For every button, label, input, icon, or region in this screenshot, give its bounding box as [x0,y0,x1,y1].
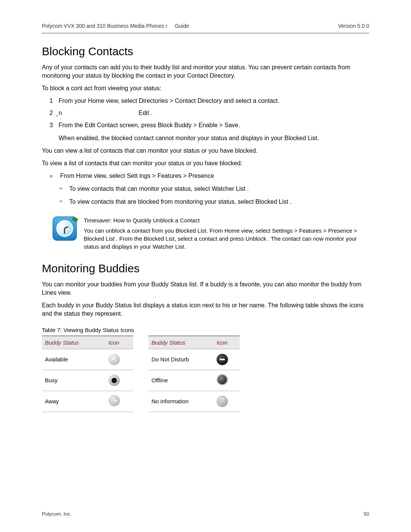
status-cell: No information [148,391,213,412]
table-row: Offline [148,370,240,391]
table-caption: Table 7: Viewing Buddy Status Icons [42,327,369,333]
clock-timesaver-icon [53,216,77,241]
sub-bullet-1: ➢ To view contacts that can monitor your… [59,184,369,193]
status-cell: Do Not Disturb [148,349,213,370]
status-tables: Buddy Status Icon Available Busy Away Bu… [42,335,369,412]
status-available-icon [108,354,120,365]
status-table-left: Buddy Status Icon Available Busy Away [42,335,133,412]
col-status: Buddy Status [148,336,213,349]
table-row: Available [42,349,133,370]
col-status: Buddy Status [42,336,105,349]
sub-bullet-text: To view contacts that can monitor your s… [69,184,249,193]
step-2-fragment-b: Edit . [139,109,152,118]
col-icon: Icon [213,336,240,349]
doc-guide-label: Guide [175,23,189,29]
table-row: Do Not Disturb [148,349,240,370]
bullet-marker: » [49,171,60,181]
step-1: 1 From your Home view, select Directorie… [49,96,369,105]
step-number: 1 [49,96,59,105]
page-footer: Polycom, Inc. 50 [42,511,369,517]
status-dnd-icon [217,354,228,365]
tri-marker: ➢ [59,184,69,193]
status-cell: Offline [148,370,213,391]
status-cell: Available [42,349,105,370]
status-table-right: Buddy Status Icon Do Not Disturb Offline… [148,335,240,412]
intro-paragraph: Any of your contacts can add you to thei… [42,63,369,80]
sub-bullet-text: To view contacts that are blocked from m… [69,197,292,206]
step-text: ̮n Edit . [59,109,369,118]
to-block-label: To block a cont act from viewing your st… [42,84,369,93]
step-3-note: When enabled, the blocked contact cannot… [59,134,369,143]
version-label: Version 5.0.0 [338,23,369,29]
step-text: From the Edit Contact screen, press Bloc… [59,121,369,143]
status-busy-icon [108,375,120,386]
monitor-p2: Each buddy in your Buddy Status list dis… [42,301,369,318]
doc-title: Polycom VVX 300 and 310 Business Media P… [42,23,164,29]
col-icon: Icon [105,336,133,349]
header-divider [42,33,369,34]
step-number: 3 [49,121,59,143]
status-away-icon [108,395,120,406]
step-2-fragment-a: ̮n [59,109,139,118]
table-row: Away [42,391,133,412]
can-view-paragraph: You can view a list of contacts that can… [42,147,369,155]
monitor-p1: You can monitor your buddies from your B… [42,280,369,297]
page-header: Polycom VVX 300 and 310 Business Media P… [42,23,369,29]
bullet-main: » From Home view, select Sett ings > Fea… [49,171,369,181]
doc-title-fragment: r [166,23,167,29]
table-row: Busy [42,370,133,391]
step-3: 3 From the Edit Contact screen, press Bl… [49,121,369,143]
footer-page-number: 50 [364,511,369,517]
step-2: 2 ̮n Edit . [49,109,369,118]
footer-company: Polycom, Inc. [42,511,72,517]
sub-bullet-2: ➢ To view contacts that are blocked from… [59,197,369,206]
section-title-blocking: Blocking Contacts [42,45,369,58]
status-cell: Away [42,391,105,412]
step-number: 2 [49,109,59,118]
callout-title: Timesaver: How to Quickly Unblock a Cont… [84,216,369,224]
status-noinfo-icon [217,396,228,407]
bullet-text: From Home view, select Sett ings > Featu… [60,171,214,181]
table-row: No information [148,391,240,412]
to-view-label: To view a list of contacts that can moni… [42,159,369,168]
tri-marker: ➢ [59,197,69,206]
section-title-monitoring: Monitoring Buddies [42,262,369,275]
callout-timesaver: Timesaver: How to Quickly Unblock a Cont… [53,216,369,251]
status-offline-icon [217,374,228,385]
status-cell: Busy [42,370,105,391]
step-text: From your Home view, select Directories … [59,96,369,105]
callout-body: You can unblock a contact from you Block… [84,227,357,250]
